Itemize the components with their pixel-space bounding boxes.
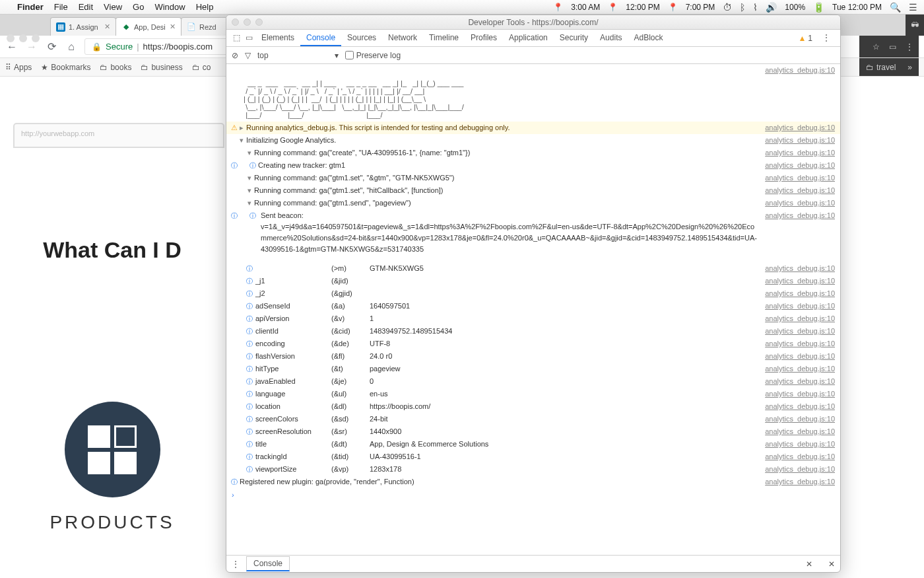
reload-icon[interactable]: ⟳ bbox=[45, 40, 58, 53]
source-link[interactable]: analytics_debug.js:10 bbox=[765, 160, 835, 171]
overflow-icon[interactable]: » bbox=[908, 63, 912, 72]
source-link[interactable]: analytics_debug.js:10 bbox=[765, 122, 835, 133]
menubar-help[interactable]: Help bbox=[196, 2, 214, 12]
source-link[interactable]: analytics_debug.js:10 bbox=[765, 439, 835, 450]
page-headline: What Can I D bbox=[43, 237, 182, 263]
filter-icon[interactable]: ▽ bbox=[245, 51, 251, 60]
menu-icon[interactable]: ⋮ bbox=[906, 42, 913, 52]
tab-sources[interactable]: Sources bbox=[341, 30, 382, 46]
tab-favicon: 📄 bbox=[187, 22, 196, 32]
source-link[interactable]: analytics_debug.js:10 bbox=[765, 363, 835, 375]
bookmarks-shortcut[interactable]: ★Bookmarks bbox=[41, 63, 90, 72]
cast-icon[interactable]: ▭ bbox=[889, 42, 896, 52]
drawer-menu-icon[interactable]: ⋮ bbox=[232, 560, 240, 569]
console-line: Creating new tracker: gtm1analytics_debu… bbox=[226, 159, 840, 172]
console-prompt[interactable]: › bbox=[226, 488, 840, 502]
source-link[interactable]: analytics_debug.js:10 bbox=[765, 414, 835, 425]
menubar-file[interactable]: File bbox=[54, 2, 68, 12]
tab-profiles[interactable]: Profiles bbox=[465, 30, 503, 46]
source-link[interactable]: analytics_debug.js:10 bbox=[765, 263, 835, 274]
browser-tab-1[interactable]: ▦ 1. Assign ✕ bbox=[50, 17, 116, 36]
close-icon[interactable]: ✕ bbox=[170, 22, 176, 31]
drawer-close-icon[interactable]: ✕ bbox=[806, 560, 812, 569]
spotlight-icon[interactable]: 🔍 bbox=[890, 2, 901, 13]
folder-co[interactable]: 🗀co bbox=[192, 63, 211, 72]
menubar-edit[interactable]: Edit bbox=[79, 2, 93, 12]
menubar-app[interactable]: Finder bbox=[17, 2, 44, 12]
source-link[interactable]: analytics_debug.js:10 bbox=[765, 326, 835, 337]
source-link[interactable]: analytics_debug.js:10 bbox=[765, 388, 835, 400]
drawer-tab-console[interactable]: Console bbox=[246, 556, 290, 571]
forward-icon[interactable]: → bbox=[25, 41, 38, 53]
source-link[interactable]: analytics_debug.js:10 bbox=[765, 135, 835, 146]
browser-tab-2[interactable]: ◆ App, Desi ✕ bbox=[116, 17, 182, 36]
traffic-lights[interactable] bbox=[7, 34, 40, 42]
inspect-icon[interactable]: ⬚ bbox=[230, 30, 243, 46]
back-icon[interactable]: ← bbox=[5, 41, 18, 53]
source-link[interactable]: analytics_debug.js:10 bbox=[765, 172, 835, 184]
battery-icon[interactable]: 🔋 bbox=[813, 2, 824, 13]
clear-console-icon[interactable]: ⊘ bbox=[232, 51, 238, 60]
warnings-badge[interactable]: ▲1 bbox=[794, 30, 816, 46]
tab-audits[interactable]: Audits bbox=[594, 30, 628, 46]
chevron-down-icon[interactable]: ▾ bbox=[335, 51, 339, 60]
source-link[interactable]: analytics_debug.js:10 bbox=[765, 275, 835, 287]
source-link[interactable]: analytics_debug.js:10 bbox=[765, 451, 835, 462]
source-link[interactable]: analytics_debug.js:10 bbox=[765, 476, 835, 488]
tab-security[interactable]: Security bbox=[554, 30, 594, 46]
menubar-go[interactable]: Go bbox=[133, 2, 144, 12]
console-output[interactable]: analytics_debug.js:10 __ _ ___ ___ __ _|… bbox=[226, 64, 840, 555]
devtools-title: Developer Tools - https://boopis.com/ bbox=[468, 18, 598, 27]
source-link[interactable]: analytics_debug.js:10 bbox=[765, 338, 835, 349]
timemachine-icon[interactable]: ⏱ bbox=[723, 2, 732, 13]
source-link[interactable]: analytics_debug.js:10 bbox=[765, 198, 835, 209]
source-link[interactable]: analytics_debug.js:10 bbox=[765, 376, 835, 387]
devtools-close-icon[interactable]: ✕ bbox=[828, 560, 835, 569]
notifications-icon[interactable]: ☰ bbox=[909, 2, 917, 13]
console-param-row: encoding(&de)UTF-8analytics_debug.js:10 bbox=[226, 338, 840, 350]
source-link[interactable]: analytics_debug.js:10 bbox=[765, 351, 835, 362]
tab-elements[interactable]: Elements bbox=[255, 30, 300, 46]
console-param-row: _j2(&gjid)analytics_debug.js:10 bbox=[226, 287, 840, 300]
preserve-log-checkbox[interactable]: Preserve log bbox=[345, 51, 401, 60]
tab-application[interactable]: Application bbox=[503, 30, 554, 46]
url-input[interactable]: 🔒 Secure | https://boopis.com bbox=[84, 38, 230, 55]
folder-books[interactable]: 🗀books bbox=[100, 63, 131, 72]
source-link[interactable]: analytics_debug.js:10 bbox=[765, 426, 835, 437]
source-link[interactable]: analytics_debug.js:10 bbox=[765, 301, 835, 312]
source-link[interactable]: analytics_debug.js:10 bbox=[765, 185, 835, 196]
wifi-icon[interactable]: ⌇ bbox=[753, 2, 758, 13]
source-link[interactable]: analytics_debug.js:10 bbox=[765, 288, 835, 299]
tab-console[interactable]: Console bbox=[300, 30, 341, 46]
tab-adblock[interactable]: AdBlock bbox=[628, 30, 669, 46]
menubar-datetime[interactable]: Tue 12:00 PM bbox=[832, 3, 882, 12]
context-selector[interactable]: top bbox=[257, 51, 269, 60]
star-icon[interactable]: ☆ bbox=[873, 42, 880, 52]
source-link[interactable]: analytics_debug.js:10 bbox=[765, 147, 835, 159]
menubar-view[interactable]: View bbox=[104, 2, 122, 12]
tab-timeline[interactable]: Timeline bbox=[423, 30, 465, 46]
star-icon: ★ bbox=[41, 63, 48, 72]
folder-business[interactable]: 🗀business bbox=[141, 63, 182, 72]
source-link[interactable]: analytics_debug.js:10 bbox=[765, 313, 835, 324]
source-link[interactable]: analytics_debug.js:10 bbox=[765, 210, 835, 255]
bluetooth-icon[interactable]: ᛒ bbox=[740, 2, 745, 13]
source-link[interactable]: analytics_debug.js:10 bbox=[765, 401, 835, 412]
devtools-tabs: ⬚ ▭ Elements Console Sources Network Tim… bbox=[226, 30, 840, 47]
folder-travel[interactable]: 🗀travel bbox=[866, 63, 896, 72]
tab-title: Rezd bbox=[199, 23, 216, 31]
close-icon[interactable]: ✕ bbox=[104, 22, 110, 31]
devtools-titlebar[interactable]: Developer Tools - https://boopis.com/ bbox=[226, 15, 840, 30]
menubar-window[interactable]: Window bbox=[154, 2, 185, 12]
products-circle[interactable] bbox=[65, 402, 160, 497]
source-link[interactable]: analytics_debug.js:10 bbox=[765, 464, 835, 475]
devtools-window: Developer Tools - https://boopis.com/ ⬚ … bbox=[226, 15, 841, 573]
incognito-icon: 🕶 bbox=[911, 20, 919, 30]
devtools-menu-icon[interactable]: ⋮ bbox=[816, 30, 836, 46]
volume-icon[interactable]: 🔊 bbox=[766, 2, 777, 13]
tab-network[interactable]: Network bbox=[382, 30, 423, 46]
device-icon[interactable]: ▭ bbox=[243, 30, 255, 46]
apps-shortcut[interactable]: ⠿Apps bbox=[5, 63, 32, 72]
source-link[interactable]: analytics_debug.js:10 bbox=[765, 65, 835, 76]
home-icon[interactable]: ⌂ bbox=[65, 41, 78, 53]
